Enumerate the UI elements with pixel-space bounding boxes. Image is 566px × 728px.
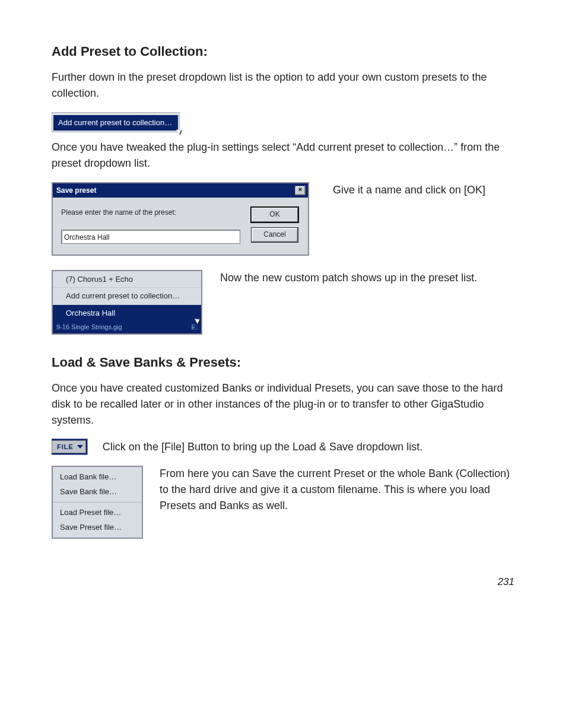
ok-button[interactable]: OK [251,207,298,222]
menu-item-load-bank[interactable]: Load Bank file… [53,469,142,485]
cancel-button[interactable]: Cancel [251,227,298,243]
file-dropdown-menu: Load Bank file… Save Bank file… Load Pre… [52,466,143,539]
menu-separator [53,502,142,503]
paragraph-file-click: Click on the [File] Button to bring up t… [103,439,422,455]
chevron-down-icon [77,445,83,449]
menu-item-add-preset[interactable]: Add current preset to collection… [53,115,178,131]
cursor-icon [176,127,183,134]
heading-load-save: Load & Save Banks & Presets: [52,352,514,372]
paragraph-intro: Further down in the preset dropdown list… [52,69,514,101]
dialog-prompt: Please enter the name of the preset: [61,207,240,218]
preset-list-footer: 9-16 Single Strings.gig E: [53,321,201,333]
file-button-label: FILE [57,442,74,452]
page-number: 231 [52,574,514,590]
dialog-title: Save preset [56,185,96,196]
close-button[interactable]: × [295,186,306,195]
paragraph-load-save: Once you have created customized Banks o… [52,380,514,428]
footer-drive: E: [192,322,198,332]
preset-list-item-add[interactable]: Add current preset to collection… [53,287,201,304]
menu-item-save-bank[interactable]: Save Bank file… [53,484,142,500]
heading-add-preset: Add Preset to Collection: [52,42,514,61]
paragraph-after-menu: Once you have tweaked the plug-in settin… [52,139,514,171]
file-button[interactable]: FILE [52,440,86,454]
save-preset-dialog: Save preset × Please enter the name of t… [52,182,309,256]
menu-item-load-preset[interactable]: Load Preset file… [53,505,142,520]
aside-now-shows: Now the new custom patch shows up in the… [220,270,477,286]
preset-selected-label: Orchestra Hall [66,309,115,317]
preset-list-item[interactable]: (7) Chorus1 + Echo [53,271,201,288]
paragraph-from-here: From here you can Save the current Prese… [160,466,514,514]
footer-filename: 9-16 Single Strings.gig [56,322,122,332]
preset-list-snippet: (7) Chorus1 + Echo Add current preset to… [52,270,202,335]
dialog-titlebar: Save preset × [53,183,308,198]
aside-give-name: Give it a name and click on [OK] [333,182,485,198]
menu-item-save-preset[interactable]: Save Preset file… [53,520,142,535]
preset-name-input[interactable]: Orchestra Hall [61,230,240,244]
menu-item-label: Add current preset to collection… [58,118,172,127]
menu-strip: Add current preset to collection… [52,112,180,132]
preset-list-item-selected[interactable]: Orchestra Hall [53,304,201,322]
